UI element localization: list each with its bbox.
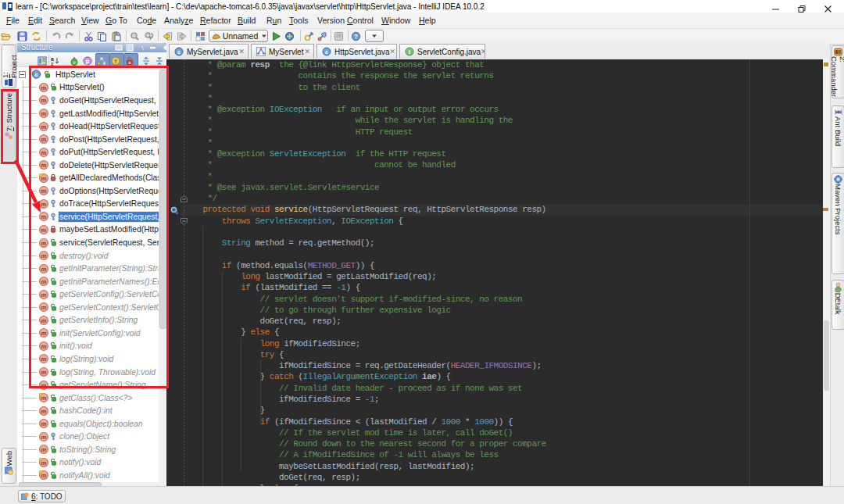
svg-text:a: a	[129, 60, 131, 65]
svg-text:c: c	[325, 49, 328, 55]
svg-text:c: c	[177, 49, 181, 55]
svg-text:?: ?	[354, 33, 358, 40]
svg-text:p: p	[86, 58, 90, 65]
svg-text:m: m	[41, 446, 47, 453]
svg-text:m: m	[41, 420, 47, 427]
svg-text:I: I	[409, 49, 410, 55]
svg-text:m: m	[41, 407, 47, 414]
svg-text:m: m	[41, 433, 47, 440]
svg-text:c: c	[73, 60, 76, 65]
